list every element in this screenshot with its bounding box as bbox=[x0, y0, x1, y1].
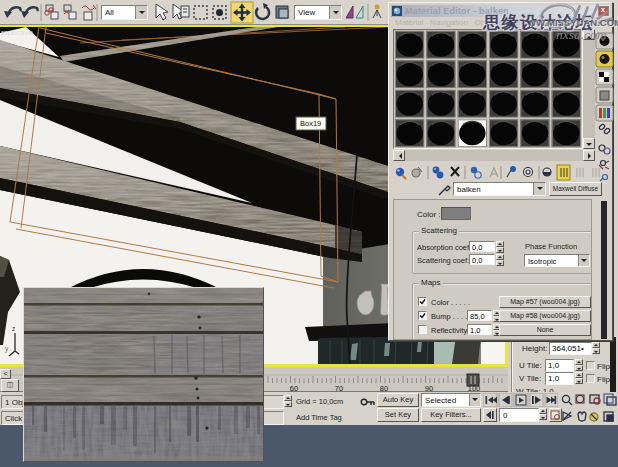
svg-text:nxsd.com: nxsd.com bbox=[556, 27, 607, 42]
svg-text:rspective: rspective bbox=[1, 28, 34, 37]
svg-text:z: z bbox=[12, 325, 15, 332]
svg-text:Box19: Box19 bbox=[300, 119, 321, 128]
svg-text:70: 70 bbox=[335, 384, 343, 392]
svg-text:80: 80 bbox=[380, 384, 388, 392]
svg-text:60: 60 bbox=[290, 384, 298, 392]
svg-text:90: 90 bbox=[425, 384, 433, 392]
